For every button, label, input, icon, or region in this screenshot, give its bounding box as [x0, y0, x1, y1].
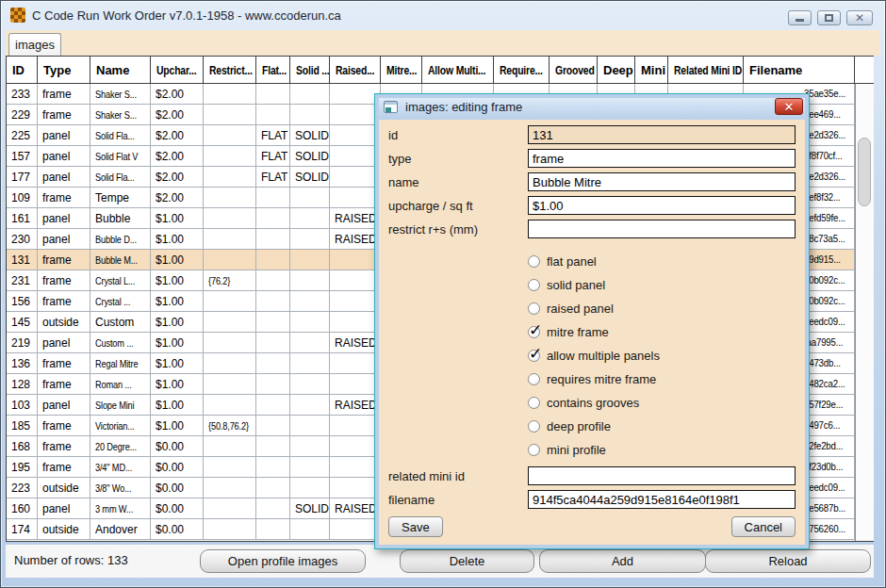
- cell-raised[interactable]: [330, 250, 381, 270]
- cell-name[interactable]: Slope Mini: [90, 395, 151, 416]
- column-header-mini[interactable]: Mini: [635, 57, 668, 83]
- cell-upcharge[interactable]: $0.00: [151, 519, 204, 540]
- save-button[interactable]: Save: [388, 516, 443, 537]
- cell-type[interactable]: panel: [38, 395, 90, 416]
- radio-unchecked-icon[interactable]: [528, 420, 540, 433]
- radio-unchecked-icon[interactable]: [528, 397, 540, 409]
- cell-id[interactable]: 136: [7, 353, 38, 374]
- cell-id[interactable]: 177: [7, 167, 38, 188]
- name-field[interactable]: Bubble Mitre: [528, 172, 796, 191]
- cell-name[interactable]: Regal Mitre: [90, 353, 151, 374]
- cell-restrict[interactable]: [204, 519, 256, 540]
- cell-raised[interactable]: [330, 478, 381, 498]
- cell-raised[interactable]: [330, 416, 381, 436]
- radio-checked-icon[interactable]: [528, 350, 540, 362]
- cell-type[interactable]: frame: [38, 84, 90, 105]
- cell-id[interactable]: 185: [7, 416, 38, 436]
- cancel-button[interactable]: Cancel: [731, 516, 796, 537]
- cell-flat[interactable]: [256, 208, 290, 229]
- cell-name[interactable]: Victorian...: [90, 416, 151, 436]
- radio-unchecked-icon[interactable]: [528, 373, 540, 385]
- radio-mitre-frame[interactable]: mitre frame: [528, 320, 796, 344]
- cell-raised[interactable]: [330, 84, 381, 105]
- cell-type[interactable]: frame: [38, 353, 90, 374]
- cell-upcharge[interactable]: $2.00: [151, 125, 204, 146]
- cell-upcharge[interactable]: $1.00: [151, 416, 204, 436]
- vertical-scrollbar[interactable]: [855, 84, 874, 541]
- cell-type[interactable]: frame: [38, 436, 90, 457]
- cell-solid[interactable]: SOLID: [290, 498, 330, 519]
- cell-solid[interactable]: SOLID: [290, 167, 330, 188]
- cell-id[interactable]: 145: [7, 312, 38, 333]
- column-header-name[interactable]: Name: [90, 57, 151, 83]
- cell-id[interactable]: 231: [7, 270, 38, 291]
- cell-upcharge[interactable]: $2.00: [151, 105, 204, 125]
- cell-solid[interactable]: [290, 84, 330, 105]
- cell-raised[interactable]: RAISED: [330, 229, 381, 250]
- cell-id[interactable]: 223: [7, 478, 38, 498]
- cell-solid[interactable]: [290, 188, 330, 208]
- cell-name[interactable]: Bubble M...: [90, 250, 151, 270]
- cell-upcharge[interactable]: $1.00: [151, 291, 204, 312]
- radio-unchecked-icon[interactable]: [528, 255, 540, 268]
- cell-flat[interactable]: [256, 270, 290, 291]
- cell-flat[interactable]: [256, 229, 290, 250]
- cell-upcharge[interactable]: $0.00: [151, 436, 204, 457]
- cell-raised[interactable]: [330, 188, 381, 208]
- cell-id[interactable]: 233: [7, 84, 38, 105]
- cell-name[interactable]: 3 mm W...: [90, 498, 151, 519]
- cell-type[interactable]: frame: [38, 457, 90, 478]
- cell-raised[interactable]: RAISED: [330, 498, 381, 519]
- cell-restrict[interactable]: [204, 105, 256, 125]
- cell-flat[interactable]: [256, 416, 290, 436]
- cell-name[interactable]: Tempe: [90, 188, 151, 208]
- cell-flat[interactable]: [256, 291, 290, 312]
- cell-name[interactable]: 20 Degre...: [90, 436, 151, 457]
- radio-allow-multiple-panels[interactable]: allow multiple panels: [528, 344, 796, 368]
- cell-flat[interactable]: [256, 478, 290, 498]
- column-header-restrict[interactable]: Restrict...: [204, 57, 256, 83]
- cell-name[interactable]: Crystal ...: [90, 291, 151, 312]
- cell-flat[interactable]: [256, 250, 290, 270]
- cell-id[interactable]: 103: [7, 395, 38, 416]
- cell-id[interactable]: 160: [7, 498, 38, 519]
- cell-id[interactable]: 219: [7, 333, 38, 353]
- cell-restrict[interactable]: [204, 436, 256, 457]
- radio-solid-panel[interactable]: solid panel: [528, 273, 796, 297]
- scrollbar-thumb[interactable]: [858, 138, 871, 206]
- cell-name[interactable]: Solid Fla...: [90, 125, 151, 146]
- cell-type[interactable]: frame: [38, 188, 90, 208]
- radio-contains-grooves[interactable]: contains grooves: [528, 391, 796, 415]
- cell-restrict[interactable]: {76.2}: [204, 270, 256, 291]
- cell-raised[interactable]: [330, 519, 381, 540]
- cell-name[interactable]: Shaker S...: [90, 105, 151, 125]
- cell-solid[interactable]: [290, 353, 330, 374]
- cell-id[interactable]: 195: [7, 457, 38, 478]
- add-button[interactable]: Add: [539, 549, 706, 573]
- column-header-id[interactable]: ID: [7, 57, 38, 83]
- cell-solid[interactable]: SOLID: [290, 146, 330, 167]
- cell-raised[interactable]: [330, 105, 381, 125]
- cell-restrict[interactable]: [204, 146, 256, 167]
- cell-name[interactable]: 3/4" MD...: [90, 457, 151, 478]
- cell-flat[interactable]: [256, 436, 290, 457]
- cell-raised[interactable]: [330, 436, 381, 457]
- column-header-mitre[interactable]: Mitre...: [381, 57, 422, 83]
- cell-flat[interactable]: [256, 84, 290, 105]
- cell-solid[interactable]: [290, 333, 330, 353]
- cell-upcharge[interactable]: $2.00: [151, 146, 204, 167]
- cell-raised[interactable]: [330, 167, 381, 188]
- cell-type[interactable]: panel: [38, 229, 90, 250]
- cell-restrict[interactable]: [204, 291, 256, 312]
- cell-flat[interactable]: [256, 519, 290, 540]
- radio-unchecked-icon[interactable]: [528, 302, 540, 315]
- cell-id[interactable]: 131: [7, 250, 38, 270]
- cell-type[interactable]: panel: [38, 333, 90, 353]
- cell-name[interactable]: Andover: [90, 519, 151, 540]
- cell-raised[interactable]: RAISED: [330, 208, 381, 229]
- cell-restrict[interactable]: [204, 167, 256, 188]
- cell-upcharge[interactable]: $2.00: [151, 84, 204, 105]
- open-profile-images-button[interactable]: Open profile images: [200, 549, 366, 573]
- tab-images[interactable]: images: [8, 33, 61, 56]
- cell-flat[interactable]: FLAT: [256, 146, 290, 167]
